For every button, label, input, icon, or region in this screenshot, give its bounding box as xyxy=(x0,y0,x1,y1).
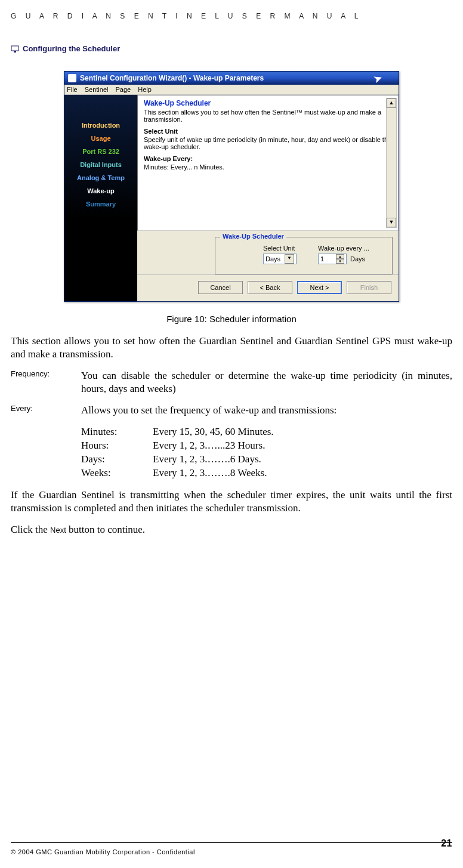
body-paragraph-1: This section allows you to set how often… xyxy=(11,335,452,361)
menu-sentinel[interactable]: Sentinel xyxy=(85,86,109,93)
content-scrollbar[interactable]: ▲ ▼ xyxy=(386,98,397,228)
scheduler-legend: Wake-Up Scheduler xyxy=(220,233,286,240)
nav-digital-inputs[interactable]: Digital Inputs xyxy=(68,158,134,171)
nav-introduction[interactable]: Introduction xyxy=(68,119,134,132)
wakeup-every-label: Wake-up every ... xyxy=(318,245,369,252)
desc-every: Allows you to set the frequency of wake-… xyxy=(81,404,452,417)
p3-a: Click the xyxy=(11,524,50,535)
chevron-down-icon[interactable]: ▼ xyxy=(285,254,294,264)
wizard-sidebar: Introduction Usage Port RS 232 Digital I… xyxy=(64,95,137,301)
pane-select-unit-desc: Specify unit of wake up time periodicity… xyxy=(144,136,392,150)
menu-bar: File Sentinel Page Help xyxy=(64,85,399,95)
cancel-button[interactable]: Cancel xyxy=(198,281,243,294)
wizard-window: Sentinel Configuration Wizard() - Wake-u… xyxy=(64,71,399,302)
row-days-val: Every 1, 2, 3.…….6 Days. xyxy=(153,453,261,467)
pane-heading-scheduler: Wake-Up Scheduler xyxy=(144,99,392,107)
row-hours-val: Every 1, 2, 3.…...23 Hours. xyxy=(153,439,265,453)
section-heading: Configuring the Scheduler xyxy=(11,44,452,53)
pane-wakeup-every-desc: Minutes: Every... n Minutes. xyxy=(144,163,392,171)
svg-rect-1 xyxy=(14,51,16,52)
select-unit-dropdown[interactable]: Days ▼ xyxy=(263,254,297,264)
window-title: Sentinel Configuration Wizard() - Wake-u… xyxy=(80,74,264,82)
pane-heading-select-unit: Select Unit xyxy=(144,128,392,135)
body-paragraph-3: Click the Next button to continue. xyxy=(11,523,452,536)
scroll-down-icon[interactable]: ▼ xyxy=(387,218,396,227)
cursor-arrow-icon: ➤ xyxy=(372,72,384,85)
menu-page[interactable]: Page xyxy=(116,86,131,93)
select-unit-label: Select Unit xyxy=(263,245,297,252)
term-every: Every: xyxy=(11,404,81,417)
footer-copyright: © 2004 GMC Guardian Mobility Corporation… xyxy=(11,848,195,855)
row-hours-key: Hours: xyxy=(81,439,153,453)
pane-scheduler-desc: This section allows you to set how often… xyxy=(144,109,392,123)
p3-c: button to continue. xyxy=(66,524,145,535)
page-number: 21 xyxy=(441,838,452,849)
row-weeks-val: Every 1, 2, 3.…….8 Weeks. xyxy=(153,467,267,480)
definition-frequency: Frequency: You can disable the scheduler… xyxy=(11,369,452,396)
finish-button: Finish xyxy=(347,281,391,294)
body-paragraph-2: If the Guardian Sentinel is transmitting… xyxy=(11,489,452,515)
next-button[interactable]: Next > xyxy=(297,281,342,294)
nav-analog-temp[interactable]: Analog & Temp xyxy=(68,171,134,184)
nav-usage[interactable]: Usage xyxy=(68,132,134,145)
wakeup-every-value: 1 xyxy=(320,255,324,262)
menu-file[interactable]: File xyxy=(67,86,78,93)
spin-down-icon[interactable]: ▼ xyxy=(336,259,344,264)
wizard-button-row: Cancel < Back Next > Finish xyxy=(137,274,399,301)
section-title: Configuring the Scheduler xyxy=(23,44,120,53)
wakeup-every-spinner[interactable]: 1 ▲ ▼ xyxy=(318,254,347,264)
window-icon xyxy=(68,74,76,82)
wakeup-unit-suffix: Days xyxy=(350,255,365,262)
term-frequency: Frequency: xyxy=(11,369,81,396)
nav-wake-up[interactable]: Wake-up xyxy=(68,184,134,197)
page-footer: © 2004 GMC Guardian Mobility Corporation… xyxy=(11,842,452,857)
svg-rect-0 xyxy=(11,46,18,51)
scroll-up-icon[interactable]: ▲ xyxy=(387,98,396,108)
pane-heading-wakeup-every: Wake-up Every: xyxy=(144,155,392,162)
time-table: Minutes:Every 15, 30, 45, 60 Minutes. Ho… xyxy=(81,425,452,480)
menu-help[interactable]: Help xyxy=(138,86,152,93)
row-minutes-key: Minutes: xyxy=(81,425,153,439)
desc-frequency: You can disable the scheduler or determi… xyxy=(81,369,452,396)
row-days-key: Days: xyxy=(81,453,153,467)
scheduler-groupbox: Wake-Up Scheduler Select Unit Days ▼ Wak… xyxy=(215,237,393,274)
monitor-icon xyxy=(11,45,19,52)
document-header: G U A R D I A N S E N T I N E L U S E R … xyxy=(11,12,452,20)
nav-summary[interactable]: Summary xyxy=(68,197,134,211)
row-minutes-val: Every 15, 30, 45, 60 Minutes. xyxy=(153,425,274,439)
spin-up-icon[interactable]: ▲ xyxy=(336,254,344,259)
window-titlebar[interactable]: Sentinel Configuration Wizard() - Wake-u… xyxy=(64,72,399,85)
p3-next-label: Next xyxy=(50,526,66,535)
back-button[interactable]: < Back xyxy=(248,281,292,294)
row-weeks-key: Weeks: xyxy=(81,467,153,480)
wizard-content-pane: Wake-Up Scheduler This section allows yo… xyxy=(137,95,399,231)
figure-caption: Figure 10: Scheduler information xyxy=(11,314,452,324)
definition-every: Every: Allows you to set the frequency o… xyxy=(11,404,452,417)
select-unit-value: Days xyxy=(266,255,280,262)
nav-port-rs232[interactable]: Port RS 232 xyxy=(68,145,134,158)
